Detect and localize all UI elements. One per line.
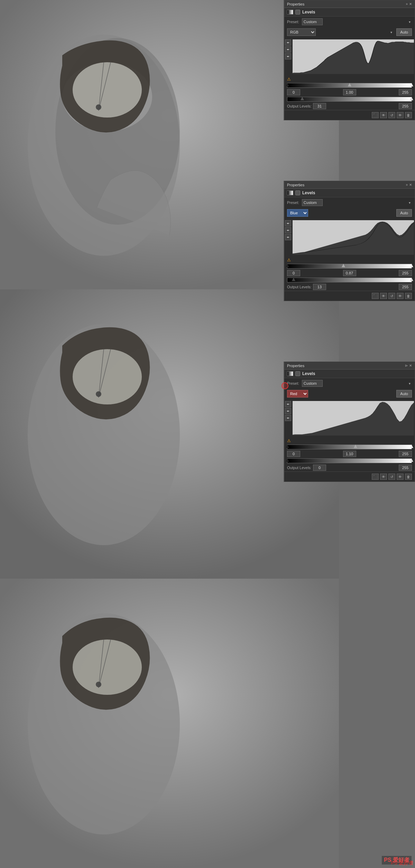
output-black-value-2[interactable]: [313, 284, 326, 290]
output-levels-row-3: Output Levels:: [284, 464, 415, 472]
input-mid-value-3[interactable]: [343, 451, 356, 457]
histogram-tools-area-2: ✒ ✒ ✒: [284, 218, 415, 257]
input-black-value-2[interactable]: [287, 270, 300, 276]
clip-button-3[interactable]: ⬛: [372, 474, 379, 480]
output-black-thumb-2[interactable]: [292, 278, 295, 281]
warning-icon-3: ⚠: [287, 438, 291, 443]
eyedropper-white-tool-2[interactable]: ✒: [285, 234, 291, 240]
output-white-value-2[interactable]: [399, 284, 412, 290]
close-icon-2[interactable]: ✕: [409, 183, 412, 187]
view-previous-button-1[interactable]: 👁: [380, 112, 387, 118]
expand-icon-2[interactable]: »: [406, 183, 408, 187]
preset-label-2: Preset:: [287, 200, 299, 205]
svg-point-6: [73, 62, 142, 118]
eyedropper-white-tool-3[interactable]: ✒: [285, 415, 291, 421]
input-mid-value-2[interactable]: [343, 270, 356, 276]
view-previous-button-2[interactable]: 👁: [380, 293, 387, 299]
properties-panel-3: Properties ⊳ ✕ Levels Preset: Custom RGB…: [284, 362, 415, 482]
output-black-thumb-1[interactable]: [301, 97, 304, 100]
white-point-thumb-3[interactable]: [410, 445, 413, 448]
output-white-thumb-1[interactable]: [410, 97, 413, 100]
output-white-value-1[interactable]: [399, 103, 412, 109]
preset-dropdown-2[interactable]: Custom: [302, 199, 323, 206]
panel-toolbar-3: ⬛ 👁 ↺ 👁 🗑: [284, 472, 415, 482]
mid-point-thumb-2[interactable]: [342, 264, 345, 267]
panel-title-text-1: Properties: [287, 2, 304, 6]
input-white-value-2[interactable]: [399, 270, 412, 276]
panel-header-2: Properties » ✕: [284, 181, 415, 189]
eyedropper-mid-tool-3[interactable]: ✒: [285, 408, 291, 414]
input-slider-area-3: [284, 444, 415, 450]
levels-icon-3: [287, 371, 293, 376]
mid-point-thumb-3[interactable]: [354, 445, 357, 448]
toggle-visibility-button-1[interactable]: 👁: [397, 112, 404, 118]
output-black-thumb-3[interactable]: [286, 458, 289, 462]
clip-button-1[interactable]: ⬛: [372, 112, 379, 118]
delete-button-3[interactable]: 🗑: [405, 474, 412, 480]
reset-button-3[interactable]: ↺: [388, 474, 395, 480]
output-black-value-3[interactable]: [313, 465, 326, 471]
output-white-thumb-3[interactable]: [410, 458, 413, 462]
layer-icon-2: [295, 190, 300, 195]
white-point-thumb-1[interactable]: [410, 83, 413, 86]
levels-header-1: Levels: [284, 8, 415, 17]
toggle-visibility-button-3[interactable]: 👁: [397, 474, 404, 480]
close-icon-3[interactable]: ✕: [409, 364, 412, 367]
eyedropper-mid-tool-1[interactable]: ✒: [285, 46, 291, 53]
levels-label-1: Levels: [302, 10, 315, 15]
output-slider-3[interactable]: [287, 458, 412, 463]
mid-point-thumb-1[interactable]: [348, 83, 351, 86]
input-values-row-3: [284, 450, 415, 458]
output-white-thumb-2[interactable]: [410, 278, 413, 281]
output-slider-1[interactable]: [287, 97, 412, 102]
output-black-value-1[interactable]: [313, 103, 326, 109]
black-point-thumb-3[interactable]: [286, 445, 289, 448]
histogram-tools-area-1: ✒ ✒ ✒: [284, 37, 415, 76]
input-black-value-3[interactable]: [287, 451, 300, 457]
black-point-thumb-1[interactable]: [286, 83, 289, 86]
eyedropper-black-tool-2[interactable]: ✒: [285, 220, 291, 226]
input-slider-3[interactable]: [287, 445, 412, 449]
white-point-thumb-2[interactable]: [410, 264, 413, 267]
view-previous-button-3[interactable]: 👁: [380, 474, 387, 480]
input-mid-value-1[interactable]: [343, 89, 356, 95]
auto-button-1[interactable]: Auto: [396, 28, 412, 36]
toggle-visibility-button-2[interactable]: 👁: [397, 293, 404, 299]
channel-dropdown-wrapper-2: RGBRedGreenBlue: [287, 209, 394, 217]
preset-dropdown-1[interactable]: Custom: [302, 18, 323, 25]
warning-icon-1: ⚠: [287, 77, 291, 82]
reset-button-2[interactable]: ↺: [388, 293, 395, 299]
input-black-value-1[interactable]: [287, 89, 300, 95]
panel-toolbar-2: ⬛ 👁 ↺ 👁 🗑: [284, 291, 415, 301]
eyedropper-white-tool-1[interactable]: ✒: [285, 53, 291, 59]
output-slider-2[interactable]: [287, 278, 412, 282]
eyedropper-black-tool-3[interactable]: ✒: [285, 401, 291, 407]
input-white-value-1[interactable]: [399, 89, 412, 95]
eyedropper-black-tool-1[interactable]: ✒: [285, 39, 291, 46]
channel-dropdown-2[interactable]: RGBRedGreenBlue: [287, 209, 308, 217]
output-white-value-3[interactable]: [399, 465, 412, 471]
eyedropper-mid-tool-2[interactable]: ✒: [285, 227, 291, 233]
close-icon-1[interactable]: ✕: [409, 2, 412, 6]
preset-dropdown-3[interactable]: Custom: [302, 380, 323, 387]
channel-dropdown-1[interactable]: RGBRedGreenBlueLuminosity: [287, 28, 316, 36]
input-slider-1[interactable]: [287, 83, 412, 88]
channel-dropdown-3[interactable]: RGBRedGreenBlue: [287, 390, 308, 398]
histogram-tools-area-3: ✒ ✒ ✒: [284, 399, 415, 438]
auto-button-3[interactable]: Auto: [396, 390, 412, 398]
expand-icon-3[interactable]: ⊳: [405, 364, 408, 367]
clip-button-2[interactable]: ⬛: [372, 293, 379, 299]
input-white-value-3[interactable]: [399, 451, 412, 457]
black-point-thumb-2[interactable]: [286, 264, 289, 267]
levels-label-2: Levels: [302, 190, 315, 195]
reset-button-1[interactable]: ↺: [388, 112, 395, 118]
input-values-row-2: [284, 269, 415, 277]
channel-row-3: RGBRedGreenBlue Auto: [284, 389, 415, 399]
delete-button-1[interactable]: 🗑: [405, 112, 412, 118]
expand-icon-1[interactable]: »: [406, 2, 408, 6]
preset-row-2: Preset: Custom: [284, 197, 415, 208]
delete-button-2[interactable]: 🗑: [405, 293, 412, 299]
auto-button-2[interactable]: Auto: [396, 209, 412, 217]
input-slider-2[interactable]: [287, 264, 412, 269]
panel-title-text-2: Properties: [287, 183, 304, 187]
